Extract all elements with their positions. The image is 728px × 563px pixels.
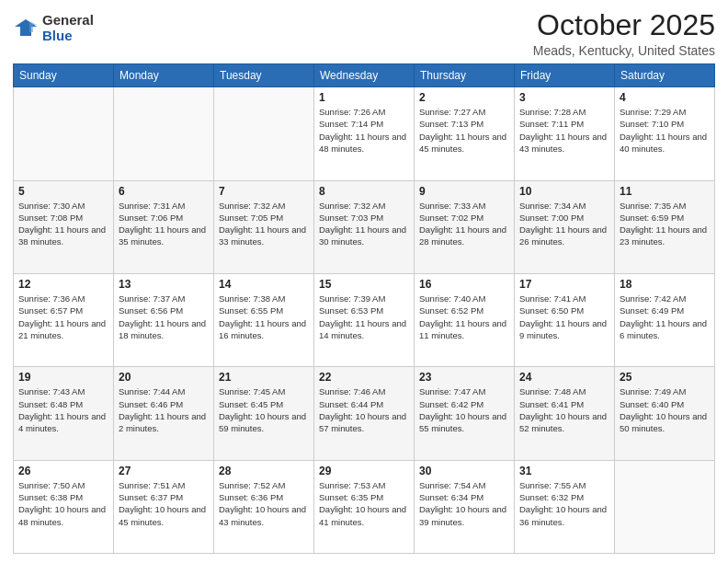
day-number: 5 (18, 185, 108, 198)
day-number: 2 (419, 91, 509, 104)
calendar-cell: 8 Sunrise: 7:32 AMSunset: 7:03 PMDayligh… (314, 180, 415, 273)
col-saturday: Saturday (615, 64, 715, 87)
day-info: Sunrise: 7:46 AMSunset: 6:44 PMDaylight:… (319, 385, 409, 434)
calendar-cell: 28 Sunrise: 7:52 AMSunset: 6:36 PMDaylig… (214, 460, 314, 553)
page-header: General Blue October 2025 Meads, Kentuck… (13, 9, 715, 58)
day-info: Sunrise: 7:29 AMSunset: 7:10 PMDaylight:… (620, 106, 710, 155)
day-info: Sunrise: 7:47 AMSunset: 6:42 PMDaylight:… (419, 385, 509, 434)
day-info: Sunrise: 7:43 AMSunset: 6:48 PMDaylight:… (18, 385, 108, 434)
location: Meads, Kentucky, United States (533, 43, 715, 58)
calendar-cell (114, 87, 214, 180)
calendar-cell: 13 Sunrise: 7:37 AMSunset: 6:56 PMDaylig… (114, 273, 214, 366)
col-wednesday: Wednesday (314, 64, 415, 87)
day-number: 29 (319, 465, 409, 477)
calendar-cell (214, 87, 314, 180)
day-number: 1 (319, 91, 409, 104)
day-info: Sunrise: 7:53 AMSunset: 6:35 PMDaylight:… (319, 479, 409, 528)
day-info: Sunrise: 7:37 AMSunset: 6:56 PMDaylight:… (119, 293, 209, 341)
day-number: 3 (519, 91, 609, 104)
logo-text: General Blue (42, 13, 94, 43)
day-info: Sunrise: 7:50 AMSunset: 6:38 PMDaylight:… (18, 479, 108, 528)
day-info: Sunrise: 7:51 AMSunset: 6:37 PMDaylight:… (119, 479, 209, 528)
day-info: Sunrise: 7:34 AMSunset: 7:00 PMDaylight:… (519, 200, 609, 248)
calendar-cell: 14 Sunrise: 7:38 AMSunset: 6:55 PMDaylig… (214, 273, 314, 366)
day-number: 12 (18, 278, 108, 291)
calendar-cell: 10 Sunrise: 7:34 AMSunset: 7:00 PMDaylig… (515, 180, 615, 273)
day-number: 8 (319, 185, 409, 198)
calendar-cell: 2 Sunrise: 7:27 AMSunset: 7:13 PMDayligh… (415, 87, 515, 180)
day-number: 10 (519, 185, 609, 198)
day-number: 22 (319, 371, 409, 384)
day-number: 4 (620, 91, 710, 104)
day-info: Sunrise: 7:27 AMSunset: 7:13 PMDaylight:… (419, 106, 509, 155)
calendar-table: Sunday Monday Tuesday Wednesday Thursday… (13, 63, 715, 554)
day-info: Sunrise: 7:36 AMSunset: 6:57 PMDaylight:… (18, 293, 108, 341)
calendar-cell: 22 Sunrise: 7:46 AMSunset: 6:44 PMDaylig… (314, 367, 415, 460)
calendar-cell: 6 Sunrise: 7:31 AMSunset: 7:06 PMDayligh… (114, 180, 214, 273)
day-info: Sunrise: 7:28 AMSunset: 7:11 PMDaylight:… (519, 106, 609, 155)
day-info: Sunrise: 7:32 AMSunset: 7:05 PMDaylight:… (219, 200, 309, 248)
day-info: Sunrise: 7:44 AMSunset: 6:46 PMDaylight:… (119, 385, 209, 434)
col-monday: Monday (114, 64, 214, 87)
logo: General Blue (13, 13, 94, 43)
logo-general: General (42, 13, 94, 29)
calendar-cell: 4 Sunrise: 7:29 AMSunset: 7:10 PMDayligh… (615, 87, 715, 180)
calendar-cell: 9 Sunrise: 7:33 AMSunset: 7:02 PMDayligh… (415, 180, 515, 273)
day-number: 19 (18, 371, 108, 384)
day-number: 31 (519, 465, 609, 477)
calendar-cell: 1 Sunrise: 7:26 AMSunset: 7:14 PMDayligh… (314, 87, 415, 180)
calendar-cell: 21 Sunrise: 7:45 AMSunset: 6:45 PMDaylig… (214, 367, 314, 460)
day-number: 30 (419, 465, 509, 477)
calendar-cell (14, 87, 114, 180)
day-number: 6 (119, 185, 209, 198)
day-number: 20 (119, 371, 209, 384)
day-info: Sunrise: 7:31 AMSunset: 7:06 PMDaylight:… (119, 200, 209, 248)
calendar-cell: 25 Sunrise: 7:49 AMSunset: 6:40 PMDaylig… (615, 367, 715, 460)
day-info: Sunrise: 7:55 AMSunset: 6:32 PMDaylight:… (519, 479, 609, 528)
calendar-cell: 5 Sunrise: 7:30 AMSunset: 7:08 PMDayligh… (14, 180, 114, 273)
calendar-cell (615, 460, 715, 553)
calendar-cell: 24 Sunrise: 7:48 AMSunset: 6:41 PMDaylig… (515, 367, 615, 460)
month-title: October 2025 (533, 9, 715, 41)
calendar-cell: 20 Sunrise: 7:44 AMSunset: 6:46 PMDaylig… (114, 367, 214, 460)
day-info: Sunrise: 7:49 AMSunset: 6:40 PMDaylight:… (620, 385, 710, 434)
day-number: 23 (419, 371, 509, 384)
calendar-cell: 7 Sunrise: 7:32 AMSunset: 7:05 PMDayligh… (214, 180, 314, 273)
day-info: Sunrise: 7:42 AMSunset: 6:49 PMDaylight:… (620, 293, 710, 341)
calendar-cell: 15 Sunrise: 7:39 AMSunset: 6:53 PMDaylig… (314, 273, 415, 366)
day-info: Sunrise: 7:33 AMSunset: 7:02 PMDaylight:… (419, 200, 509, 248)
calendar-cell: 31 Sunrise: 7:55 AMSunset: 6:32 PMDaylig… (515, 460, 615, 553)
day-info: Sunrise: 7:52 AMSunset: 6:36 PMDaylight:… (219, 479, 309, 528)
calendar-cell: 29 Sunrise: 7:53 AMSunset: 6:35 PMDaylig… (314, 460, 415, 553)
day-number: 28 (219, 465, 309, 477)
page-container: General Blue October 2025 Meads, Kentuck… (0, 0, 728, 563)
day-number: 25 (620, 371, 710, 384)
col-thursday: Thursday (415, 64, 515, 87)
day-info: Sunrise: 7:41 AMSunset: 6:50 PMDaylight:… (519, 293, 609, 341)
calendar-cell: 26 Sunrise: 7:50 AMSunset: 6:38 PMDaylig… (14, 460, 114, 553)
logo-blue: Blue (42, 29, 94, 44)
day-number: 9 (419, 185, 509, 198)
day-number: 14 (219, 278, 309, 291)
calendar-week-1: 1 Sunrise: 7:26 AMSunset: 7:14 PMDayligh… (14, 87, 715, 180)
calendar-cell: 12 Sunrise: 7:36 AMSunset: 6:57 PMDaylig… (14, 273, 114, 366)
day-info: Sunrise: 7:54 AMSunset: 6:34 PMDaylight:… (419, 479, 509, 528)
day-info: Sunrise: 7:38 AMSunset: 6:55 PMDaylight:… (219, 293, 309, 341)
calendar-cell: 27 Sunrise: 7:51 AMSunset: 6:37 PMDaylig… (114, 460, 214, 553)
day-number: 13 (119, 278, 209, 291)
title-block: October 2025 Meads, Kentucky, United Sta… (533, 9, 715, 58)
day-info: Sunrise: 7:35 AMSunset: 6:59 PMDaylight:… (620, 200, 710, 248)
day-info: Sunrise: 7:45 AMSunset: 6:45 PMDaylight:… (219, 385, 309, 434)
col-friday: Friday (515, 64, 615, 87)
calendar-cell: 3 Sunrise: 7:28 AMSunset: 7:11 PMDayligh… (515, 87, 615, 180)
day-info: Sunrise: 7:39 AMSunset: 6:53 PMDaylight:… (319, 293, 409, 341)
col-tuesday: Tuesday (214, 64, 314, 87)
calendar-week-3: 12 Sunrise: 7:36 AMSunset: 6:57 PMDaylig… (14, 273, 715, 366)
day-number: 16 (419, 278, 509, 291)
calendar-cell: 11 Sunrise: 7:35 AMSunset: 6:59 PMDaylig… (615, 180, 715, 273)
day-info: Sunrise: 7:40 AMSunset: 6:52 PMDaylight:… (419, 293, 509, 341)
day-number: 7 (219, 185, 309, 198)
day-info: Sunrise: 7:30 AMSunset: 7:08 PMDaylight:… (18, 200, 108, 248)
day-number: 24 (519, 371, 609, 384)
day-number: 17 (519, 278, 609, 291)
